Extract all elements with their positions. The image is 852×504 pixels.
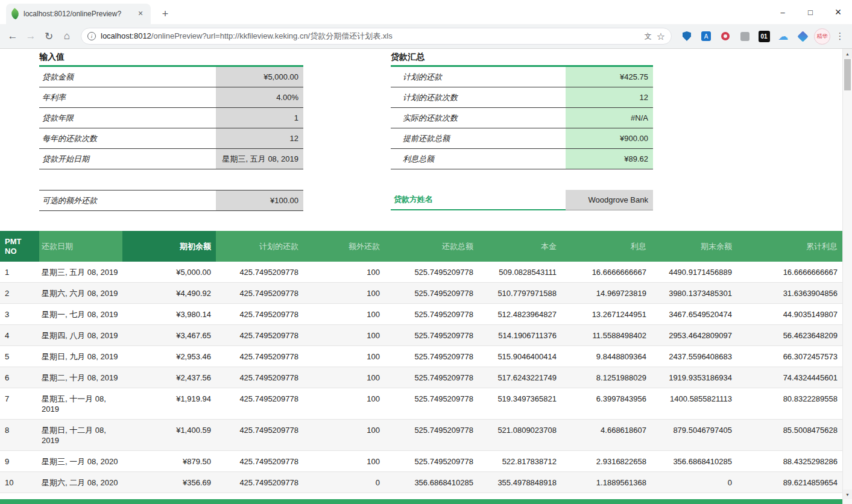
- gray-square-icon: [740, 32, 749, 41]
- bird-extension-icon[interactable]: [795, 28, 810, 45]
- forward-icon[interactable]: →: [22, 27, 40, 45]
- cell-interest: 8.1251988029: [561, 367, 651, 388]
- menu-kebab-icon[interactable]: ⋮: [834, 31, 846, 42]
- maximize-button[interactable]: □: [797, 0, 824, 24]
- summary-value: ¥89.62: [566, 149, 653, 169]
- reload-icon[interactable]: ↻: [40, 27, 58, 45]
- summary-section: 贷款汇总 计划的还款 ¥425.75 计划的还款次数 12 实际的还款次数: [391, 50, 653, 210]
- spacer: [391, 169, 653, 190]
- cell-cumulative-interest: 56.4623648209: [737, 325, 842, 345]
- url-text[interactable]: localhost:8012/onlinePreview?url=http://…: [101, 31, 640, 42]
- summary-row: 实际的还款次数 #N/A: [391, 108, 653, 128]
- minimize-button[interactable]: –: [769, 0, 797, 24]
- address-bar[interactable]: i localhost:8012/onlinePreview?url=http:…: [81, 28, 672, 45]
- summary-row: 提前还款总额 ¥900.00: [391, 128, 653, 149]
- cell-extra-payment: 100: [303, 388, 385, 419]
- input-row: 每年的还款次数 12: [39, 128, 303, 149]
- cell-total-payment: 525.7495209778: [385, 283, 478, 303]
- vertical-scrollbar[interactable]: ▲ ▼: [842, 49, 852, 504]
- header-cumulative-interest: 累计利息: [737, 231, 842, 262]
- header-beginning-balance: 期初余额: [122, 231, 216, 262]
- cell-pmt-no: 7: [0, 388, 39, 419]
- amortization-table: PMT NO 还款日期 期初余额 计划的还款 额外还款 还款总额 本金 利息 期…: [0, 231, 842, 493]
- cell-ending-balance: 1919.9353186934: [651, 367, 737, 388]
- extra-payment-row: 可选的额外还款 ¥100.00: [39, 190, 303, 210]
- cell-cumulative-interest: 85.5008475628: [737, 420, 842, 450]
- header-total-payment: 还款总额: [385, 231, 478, 262]
- table-row: 6 星期二, 十月 08, 2019 ¥2,437.56 425.7495209…: [0, 367, 842, 388]
- gray-extension-icon[interactable]: [737, 28, 753, 45]
- cell-ending-balance: 3467.6549520474: [651, 304, 737, 324]
- header-extra-payment: 额外还款: [303, 231, 385, 262]
- extra-payment-label: 可选的额外还款: [39, 190, 216, 211]
- shield-extension-icon[interactable]: [679, 28, 695, 45]
- summary-row: 计划的还款 ¥425.75: [391, 67, 653, 87]
- scrollbar-thumb[interactable]: [844, 59, 851, 90]
- cell-payment-date: 星期二, 十月 08, 2019: [39, 367, 122, 388]
- summary-value: ¥900.00: [566, 128, 653, 148]
- page-info-icon[interactable]: i: [87, 32, 96, 40]
- cell-principal: 509.0828543111: [478, 262, 561, 282]
- table-body: 1 星期三, 五月 08, 2019 ¥5,000.00 425.7495209…: [0, 262, 842, 493]
- tab-close-icon[interactable]: ×: [135, 8, 146, 19]
- table-row: 10 星期六, 二月 08, 2020 ¥356.69 425.74952097…: [0, 472, 842, 493]
- cloud-extension-icon[interactable]: ☁: [775, 28, 791, 45]
- cell-principal: 355.4978848918: [478, 472, 561, 493]
- lender-label: 贷款方姓名: [391, 190, 566, 210]
- browser-toolbar: ← → ↻ ⌂ i localhost:8012/onlinePreview?u…: [0, 24, 852, 49]
- header-payment-date: 还款日期: [39, 231, 122, 262]
- ring-extension-icon[interactable]: [718, 28, 733, 45]
- table-row: 3 星期一, 七月 08, 2019 ¥3,980.14 425.7495209…: [0, 304, 842, 325]
- translate-icon[interactable]: 文: [645, 31, 652, 42]
- cell-pmt-no: 6: [0, 367, 39, 388]
- translate-extension-icon[interactable]: A: [698, 28, 714, 45]
- cell-principal: 510.7797971588: [478, 283, 561, 303]
- cell-payment-date: 星期一, 七月 08, 2019: [39, 304, 122, 324]
- cell-total-payment: 525.7495209778: [385, 388, 478, 419]
- cell-pmt-no: 2: [0, 283, 39, 303]
- cell-beginning-balance: ¥1,919.94: [122, 388, 216, 419]
- cell-scheduled-payment: 425.7495209778: [216, 451, 303, 471]
- cell-scheduled-payment: 425.7495209778: [216, 283, 303, 303]
- summary-label: 计划的还款次数: [391, 87, 566, 107]
- bird-icon: [797, 31, 808, 42]
- summary-rows: 计划的还款 ¥425.75 计划的还款次数 12 实际的还款次数 #N/A: [391, 67, 653, 169]
- input-rows: 贷款金额 ¥5,000.00 年利率 4.00% 贷款年限 1 每年的: [39, 67, 303, 169]
- table-row: 2 星期六, 六月 08, 2019 ¥4,490.92 425.7495209…: [0, 283, 842, 304]
- header-interest: 利息: [561, 231, 651, 262]
- summary-label: 利息总额: [391, 149, 566, 169]
- cell-total-payment: 356.6868410285: [385, 472, 478, 493]
- cell-ending-balance: 0: [651, 472, 737, 493]
- browser-tab[interactable]: localhost:8012/onlinePreview? ×: [6, 4, 151, 24]
- browser-window: localhost:8012/onlinePreview? × + – □ × …: [0, 0, 852, 504]
- input-row: 贷款金额 ¥5,000.00: [39, 67, 303, 87]
- summary-value: 12: [566, 87, 653, 107]
- bookmark-star-icon[interactable]: ☆: [657, 31, 665, 42]
- cell-cumulative-interest: 89.6214859654: [737, 472, 842, 493]
- summary-section-title: 贷款汇总: [391, 50, 653, 67]
- table-row: 1 星期三, 五月 08, 2019 ¥5,000.00 425.7495209…: [0, 262, 842, 283]
- home-icon[interactable]: ⌂: [58, 27, 76, 45]
- table-row: 5 星期日, 九月 08, 2019 ¥2,953.46 425.7495209…: [0, 346, 842, 367]
- cell-interest: 9.8448809364: [561, 346, 651, 367]
- profile-avatar[interactable]: 精华: [814, 28, 830, 45]
- cell-payment-date: 星期日, 十二月 08, 2019: [39, 420, 122, 450]
- lender-value: Woodgrove Bank: [566, 190, 653, 210]
- new-tab-button[interactable]: +: [158, 7, 172, 22]
- cell-cumulative-interest: 74.4324445601: [737, 367, 842, 388]
- cell-pmt-no: 9: [0, 451, 39, 471]
- cell-beginning-balance: ¥4,490.92: [122, 283, 216, 303]
- scrollbar-down-icon[interactable]: ▼: [843, 490, 852, 499]
- cell-principal: 512.4823964827: [478, 304, 561, 324]
- header-scheduled-payment: 计划的还款: [216, 231, 303, 262]
- cell-extra-payment: 100: [303, 346, 385, 367]
- scrollbar-up-icon[interactable]: ▲: [843, 49, 852, 58]
- tab-strip: localhost:8012/onlinePreview? × + – □ ×: [0, 0, 852, 24]
- cell-payment-date: 星期六, 六月 08, 2019: [39, 283, 122, 303]
- input-label: 贷款年限: [39, 108, 216, 128]
- cell-principal: 514.1906711376: [478, 325, 561, 345]
- close-button[interactable]: ×: [824, 0, 852, 24]
- badge-extension-icon[interactable]: 01: [756, 28, 772, 45]
- cloud-icon: ☁: [778, 30, 789, 43]
- back-icon[interactable]: ←: [4, 27, 22, 45]
